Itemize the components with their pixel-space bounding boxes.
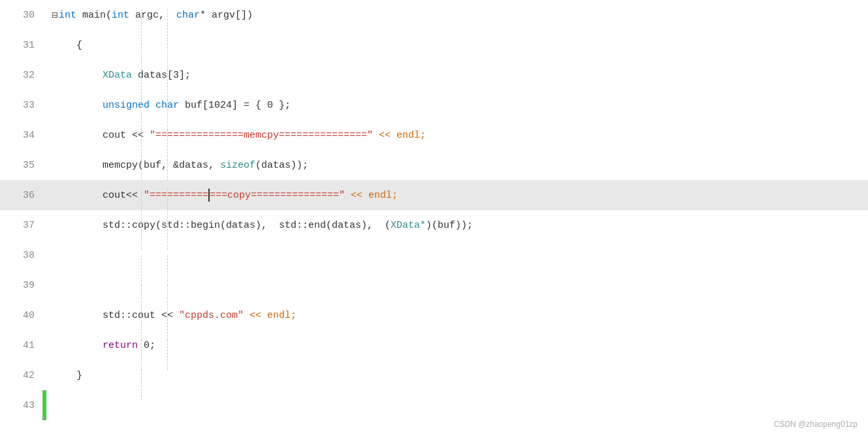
code-content-32: XData datas[3]; xyxy=(46,70,868,81)
code-line-37: 37 std::copy(std::begin(datas), std::end… xyxy=(0,210,868,240)
code-line-40: 40 std::cout << "cppds.com" << endl; xyxy=(0,300,868,330)
code-line-39: 39 xyxy=(0,270,868,300)
kw-char-30: char xyxy=(176,10,200,21)
code-text-31: { xyxy=(76,40,82,51)
green-bar-39 xyxy=(42,270,46,300)
code-line-33: 33 unsigned char buf[1024] = { 0 }; xyxy=(0,90,868,120)
code-char-33: char xyxy=(155,100,179,111)
code-text-30b: argc, xyxy=(129,10,176,21)
code-cout-36: cout<< xyxy=(103,190,144,201)
code-text-30c: * argv[]) xyxy=(200,10,253,21)
line-number-36: 36 xyxy=(0,190,42,201)
code-content-33: unsigned char buf[1024] = { 0 }; xyxy=(46,100,868,111)
code-editor: 30 ⊟int main(int argc, char* argv[]) 31 … xyxy=(0,0,868,434)
code-return-41: return xyxy=(103,340,138,351)
code-text-33: buf[1024] = { 0 }; xyxy=(179,100,291,111)
line-number-42: 42 xyxy=(0,370,42,381)
code-content-34: cout << "===============memcpy==========… xyxy=(46,130,868,141)
kw-int2-30: int xyxy=(112,10,129,21)
code-endl-36: << endl; xyxy=(345,190,398,201)
code-str-40: "cppds.com" xyxy=(179,310,244,321)
code-stdcout-40: std::cout << xyxy=(103,310,179,321)
code-endl-34: << endl; xyxy=(373,130,426,141)
green-bar-43 xyxy=(42,390,46,420)
code-str-36a: "========== xyxy=(144,190,208,201)
code-line-32: 32 XData datas[3]; xyxy=(0,60,868,90)
code-line-36: 36 cout<< "=============copy============… xyxy=(0,180,868,210)
code-text-30a: main( xyxy=(76,10,112,21)
line-number-41: 41 xyxy=(0,340,42,351)
kw-int-30: int xyxy=(59,10,76,21)
code-content-40: std::cout << "cppds.com" << endl; xyxy=(46,310,868,321)
code-content-41: return 0; xyxy=(46,340,868,351)
code-endl-40: << endl; xyxy=(244,310,297,321)
code-sizeof-35: sizeof xyxy=(220,160,255,171)
code-content-37: std::copy(std::begin(datas), std::end(da… xyxy=(46,220,868,231)
code-line-38: 38 xyxy=(0,240,868,270)
code-text-41: 0; xyxy=(138,340,155,351)
code-text-35: (datas)); xyxy=(255,160,308,171)
code-line-43: 43 xyxy=(0,390,868,420)
code-text-32: datas[3]; xyxy=(132,70,191,81)
code-line-30: 30 ⊟int main(int argc, char* argv[]) xyxy=(0,0,868,30)
code-line-41: 41 return 0; xyxy=(0,330,868,360)
code-line-42: 42 } xyxy=(0,360,868,390)
code-str-34: "===============memcpy===============" xyxy=(150,130,373,141)
code-line-35: 35 memcpy(buf, &datas, sizeof(datas)); xyxy=(0,150,868,180)
code-text-42: } xyxy=(76,370,82,381)
code-cout-34: cout << xyxy=(103,130,150,141)
line-number-32: 32 xyxy=(0,70,42,81)
code-unsigned-33: unsigned xyxy=(103,100,150,111)
line-number-43: 43 xyxy=(0,400,42,411)
collapse-icon-30: ⊟ xyxy=(52,9,57,22)
code-line-31: 31 { xyxy=(0,30,868,60)
watermark: CSDN @zhaopeng01zp xyxy=(774,420,858,429)
line-number-31: 31 xyxy=(0,40,42,51)
line-number-38: 38 xyxy=(0,250,42,261)
code-xdata-37: XData* xyxy=(391,220,426,231)
code-memcpy-35: memcpy(buf, &datas, xyxy=(103,160,220,171)
code-line-34: 34 cout << "===============memcpy=======… xyxy=(0,120,868,150)
line-number-35: 35 xyxy=(0,160,42,171)
line-number-40: 40 xyxy=(0,310,42,321)
line-number-37: 37 xyxy=(0,220,42,231)
line-number-34: 34 xyxy=(0,130,42,141)
code-content-35: memcpy(buf, &datas, sizeof(datas)); xyxy=(46,160,868,171)
code-stdcopy-37: std::copy(std::begin(datas), std::end(da… xyxy=(103,220,391,231)
code-content-31: { xyxy=(46,40,868,51)
code-content-42: } xyxy=(46,370,868,381)
code-xdata-32: XData xyxy=(103,70,132,81)
code-content-36: cout<< "=============copy===============… xyxy=(46,189,868,202)
code-str-36b: ===copy===============" xyxy=(210,190,345,201)
code-text-37: )(buf)); xyxy=(426,220,473,231)
code-content-30: ⊟int main(int argc, char* argv[]) xyxy=(46,9,868,22)
line-number-33: 33 xyxy=(0,100,42,111)
green-bar-38 xyxy=(42,240,46,270)
code-sp-33 xyxy=(150,100,155,111)
line-number-30: 30 xyxy=(0,10,42,21)
line-number-39: 39 xyxy=(0,280,42,291)
